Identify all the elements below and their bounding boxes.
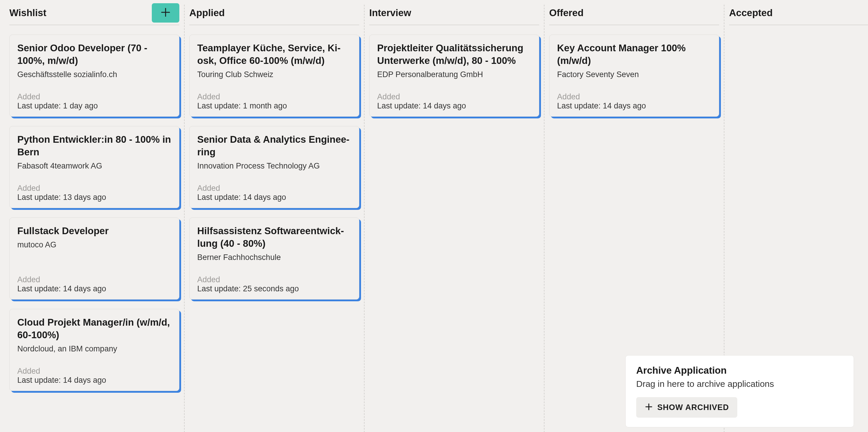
card-added-label: Added <box>197 184 351 193</box>
card-title: Teamplayer Küche, Service, Ki­osk, Offic… <box>197 42 351 67</box>
card-company: Geschäftsstelle sozialinfo.ch <box>17 70 172 79</box>
column-header: Interview <box>369 5 539 25</box>
card-added-label: Added <box>17 367 172 376</box>
card-bottom: AddedLast update: 13 days ago <box>17 184 172 202</box>
card-added-label: Added <box>557 92 711 101</box>
card-added-label: Added <box>17 275 172 284</box>
cards-list: Teamplayer Küche, Service, Ki­osk, Offic… <box>189 35 359 300</box>
card-company: Touring Club Schweiz <box>197 70 351 79</box>
card-top: Fullstack Developermutoco AG <box>17 225 172 249</box>
job-card[interactable]: Teamplayer Küche, Service, Ki­osk, Offic… <box>189 35 359 117</box>
column-header: Wishlist <box>9 5 179 25</box>
card-added-label: Added <box>197 92 351 101</box>
column-header: Accepted <box>729 5 868 25</box>
job-card[interactable]: Senior Data & Analytics Enginee­ringInno… <box>189 126 359 208</box>
add-card-button[interactable] <box>152 3 179 23</box>
card-bottom: AddedLast update: 14 days ago <box>197 184 351 202</box>
job-card[interactable]: Fullstack Developermutoco AGAddedLast up… <box>9 217 179 300</box>
show-archived-label: SHOW ARCHIVED <box>657 403 729 412</box>
card-added-label: Added <box>17 184 172 193</box>
column-title: Interview <box>369 7 411 19</box>
column-title: Applied <box>189 7 225 19</box>
job-card[interactable]: Cloud Projekt Manager/in (w/m/d, 60-100%… <box>9 309 179 391</box>
card-updated-label: Last update: 14 days ago <box>557 101 711 111</box>
card-bottom: AddedLast update: 25 seconds ago <box>197 275 351 294</box>
card-bottom: AddedLast update: 14 days ago <box>557 92 711 111</box>
card-added-label: Added <box>377 92 531 101</box>
card-company: Berner Fachhochschule <box>197 253 351 262</box>
column-wishlist: WishlistSenior Odoo Developer (70 - 100%… <box>5 5 185 432</box>
column-title: Wishlist <box>9 7 46 19</box>
card-title: Fullstack Developer <box>17 225 172 237</box>
card-updated-label: Last update: 14 days ago <box>17 284 172 294</box>
job-card[interactable]: Projektleiter Qualitätssicherung Unterwe… <box>369 35 539 117</box>
column-interview: InterviewProjektleiter Qualitätssicherun… <box>365 5 545 432</box>
card-title: Python Entwickler:in 80 - 100% in Bern <box>17 133 172 159</box>
card-top: Senior Odoo Developer (70 - 100%, m/w/d)… <box>17 42 172 79</box>
card-updated-label: Last update: 13 days ago <box>17 193 172 202</box>
card-top: Hilfsassistenz Softwareentwick­lung (40 … <box>197 225 351 262</box>
card-company: mutoco AG <box>17 240 172 249</box>
job-card[interactable]: Hilfsassistenz Softwareentwick­lung (40 … <box>189 217 359 300</box>
cards-list: Projektleiter Qualitätssicherung Unterwe… <box>369 35 539 117</box>
plus-icon <box>160 7 171 19</box>
card-bottom: AddedLast update: 14 days ago <box>17 275 172 294</box>
card-bottom: AddedLast update: 14 days ago <box>17 367 172 385</box>
archive-hint: Drag in here to archive applications <box>636 379 843 389</box>
job-card[interactable]: Key Account Manager 100% (m/w/d)Factory … <box>549 35 719 117</box>
card-company: Factory Seventy Seven <box>557 70 711 79</box>
card-company: Innovation Process Technology AG <box>197 161 351 171</box>
card-title: Key Account Manager 100% (m/w/d) <box>557 42 711 67</box>
card-updated-label: Last update: 14 days ago <box>17 376 172 385</box>
card-updated-label: Last update: 14 days ago <box>377 101 531 111</box>
card-added-label: Added <box>17 92 172 101</box>
card-company: Fabasoft 4teamwork AG <box>17 161 172 171</box>
card-updated-label: Last update: 1 day ago <box>17 101 172 111</box>
card-top: Projektleiter Qualitätssicherung Unterwe… <box>377 42 531 79</box>
column-title: Accepted <box>729 7 773 19</box>
plus-icon <box>644 402 653 412</box>
cards-list: Senior Odoo Developer (70 - 100%, m/w/d)… <box>9 35 179 391</box>
card-top: Python Entwickler:in 80 - 100% in BernFa… <box>17 133 172 171</box>
card-company: EDP Personalberatung GmbH <box>377 70 531 79</box>
card-updated-label: Last update: 25 seconds ago <box>197 284 351 294</box>
card-company: Nordcloud, an IBM company <box>17 344 172 353</box>
card-title: Cloud Projekt Manager/in (w/m/d, 60-100%… <box>17 316 172 341</box>
card-added-label: Added <box>197 275 351 284</box>
column-applied: AppliedTeamplayer Küche, Service, Ki­osk… <box>185 5 365 432</box>
card-title: Projektleiter Qualitätssicherung Unterwe… <box>377 42 531 67</box>
card-updated-label: Last update: 1 month ago <box>197 101 351 111</box>
card-bottom: AddedLast update: 1 day ago <box>17 92 172 111</box>
job-card[interactable]: Senior Odoo Developer (70 - 100%, m/w/d)… <box>9 35 179 117</box>
column-header: Applied <box>189 5 359 25</box>
card-bottom: AddedLast update: 14 days ago <box>377 92 531 111</box>
column-title: Offered <box>549 7 584 19</box>
card-top: Senior Data & Analytics Enginee­ringInno… <box>197 133 351 171</box>
card-title: Senior Odoo Developer (70 - 100%, m/w/d) <box>17 42 172 67</box>
card-bottom: AddedLast update: 1 month ago <box>197 92 351 111</box>
card-title: Senior Data & Analytics Enginee­ring <box>197 133 351 159</box>
show-archived-button[interactable]: SHOW ARCHIVED <box>636 397 737 418</box>
cards-list: Key Account Manager 100% (m/w/d)Factory … <box>549 35 719 117</box>
column-header: Offered <box>549 5 719 25</box>
card-top: Cloud Projekt Manager/in (w/m/d, 60-100%… <box>17 316 172 353</box>
card-top: Key Account Manager 100% (m/w/d)Factory … <box>557 42 711 79</box>
card-updated-label: Last update: 14 days ago <box>197 193 351 202</box>
archive-dropzone[interactable]: Archive Application Drag in here to arch… <box>625 355 854 427</box>
archive-title: Archive Application <box>636 365 843 376</box>
card-top: Teamplayer Küche, Service, Ki­osk, Offic… <box>197 42 351 79</box>
card-title: Hilfsassistenz Softwareentwick­lung (40 … <box>197 225 351 250</box>
job-card[interactable]: Python Entwickler:in 80 - 100% in BernFa… <box>9 126 179 208</box>
